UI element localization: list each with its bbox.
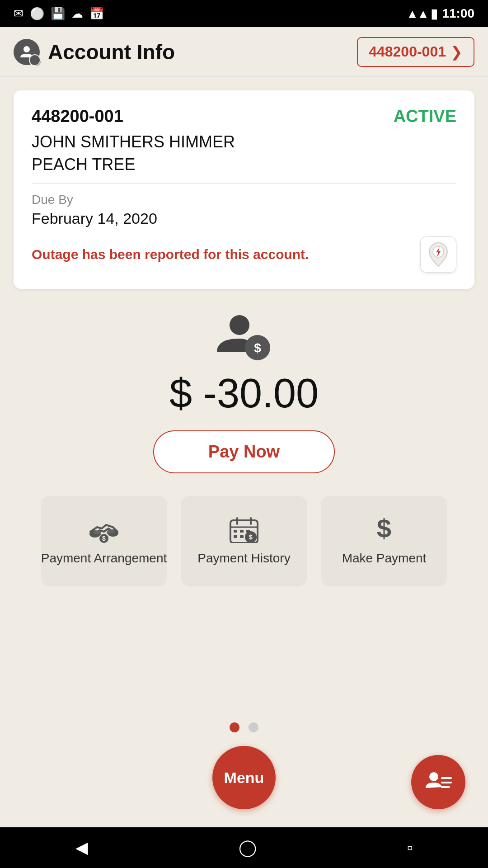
wifi-icon: ▴ — [409, 6, 415, 21]
account-card: 448200-001 ACTIVE JOHN SMITHERS HIMMER P… — [14, 90, 474, 289]
recents-button[interactable]: ▫ — [407, 838, 413, 857]
contact-fab-button[interactable] — [411, 755, 465, 809]
save-icon: 💾 — [51, 7, 65, 21]
bottom-area: Menu — [0, 746, 488, 827]
due-date: February 14, 2020 — [32, 210, 456, 227]
calendar-icon: 📅 — [89, 7, 104, 21]
contact-icon — [425, 770, 452, 795]
home-button[interactable]: ◯ — [239, 838, 257, 857]
android-nav-bar: ◀ ◯ ▫ — [0, 827, 488, 868]
handshake-icon: $ — [88, 516, 120, 543]
svg-text:$: $ — [102, 535, 106, 542]
balance-icon: $ — [212, 311, 276, 366]
payment-arrangement-button[interactable]: $ Payment Arrangement — [41, 496, 167, 586]
action-buttons-row: $ Payment Arrangement — [14, 496, 474, 586]
status-icons-right: ▴ ▴ ▮ 11:00 — [409, 6, 474, 21]
back-button[interactable]: ◀ — [75, 838, 88, 857]
menu-label: Menu — [224, 769, 264, 787]
calendar-dollar-icon: $ — [228, 516, 260, 543]
main-content: 448200-001 ACTIVE JOHN SMITHERS HIMMER P… — [0, 77, 488, 746]
chevron-right-icon: ❯ — [450, 43, 463, 61]
account-number: 448200-001 — [32, 107, 123, 126]
svg-text:$: $ — [249, 533, 253, 541]
svg-point-2 — [230, 315, 249, 335]
dot-1 — [230, 722, 239, 732]
gmail-icon: ✉ — [14, 7, 23, 21]
header-left: i Account Info — [14, 39, 175, 65]
outage-message: Outage has been reported for this accoun… — [32, 247, 420, 262]
svg-rect-14 — [240, 530, 244, 533]
page-indicators — [230, 722, 258, 732]
account-selector[interactable]: 448200-001 ❯ — [357, 37, 474, 67]
dot-2 — [249, 722, 258, 732]
make-payment-button[interactable]: $ Make Payment — [321, 496, 447, 586]
account-location: PEACH TREE — [32, 155, 456, 184]
time: 11:00 — [442, 6, 474, 21]
pay-now-button[interactable]: Pay Now — [153, 430, 335, 473]
header: i Account Info 448200-001 ❯ — [0, 27, 488, 77]
signal-icon: ▴ — [420, 6, 426, 21]
record-icon: ⚪ — [30, 7, 44, 21]
battery-icon: ▮ — [431, 6, 437, 21]
payment-history-label: Payment History — [197, 550, 290, 566]
pay-now-label: Pay Now — [208, 442, 280, 461]
dollar-sign-icon: $ — [371, 516, 398, 543]
status-icons-left: ✉ ⚪ 💾 ☁ 📅 — [14, 7, 104, 21]
svg-point-0 — [23, 46, 30, 52]
payment-arrangement-label: Payment Arrangement — [41, 550, 167, 566]
svg-point-21 — [429, 772, 438, 781]
svg-rect-13 — [234, 530, 237, 533]
account-holder-name: JOHN SMITHERS HIMMER — [32, 132, 456, 151]
account-status: ACTIVE — [394, 107, 456, 126]
cloud-icon: ☁ — [71, 7, 83, 21]
outage-row: Outage has been reported for this accoun… — [32, 236, 456, 273]
balance-amount: $ -30.00 — [169, 370, 319, 417]
make-payment-label: Make Payment — [342, 550, 427, 566]
card-top-row: 448200-001 ACTIVE — [32, 107, 456, 126]
due-label: Due By — [32, 193, 456, 207]
balance-section: $ $ -30.00 Pay Now — [14, 311, 474, 604]
svg-rect-16 — [234, 535, 237, 538]
svg-rect-17 — [240, 535, 244, 538]
status-bar: ✉ ⚪ 💾 ☁ 📅 ▴ ▴ ▮ 11:00 — [0, 0, 488, 27]
page-title: Account Info — [48, 40, 175, 64]
user-avatar: i — [14, 39, 40, 65]
menu-button[interactable]: Menu — [212, 746, 276, 809]
outage-map-button[interactable] — [420, 236, 456, 273]
payment-history-button[interactable]: $ Payment History — [181, 496, 307, 586]
account-badge-number: 448200-001 — [369, 43, 446, 60]
svg-text:$: $ — [377, 516, 391, 543]
svg-text:$: $ — [254, 341, 261, 355]
